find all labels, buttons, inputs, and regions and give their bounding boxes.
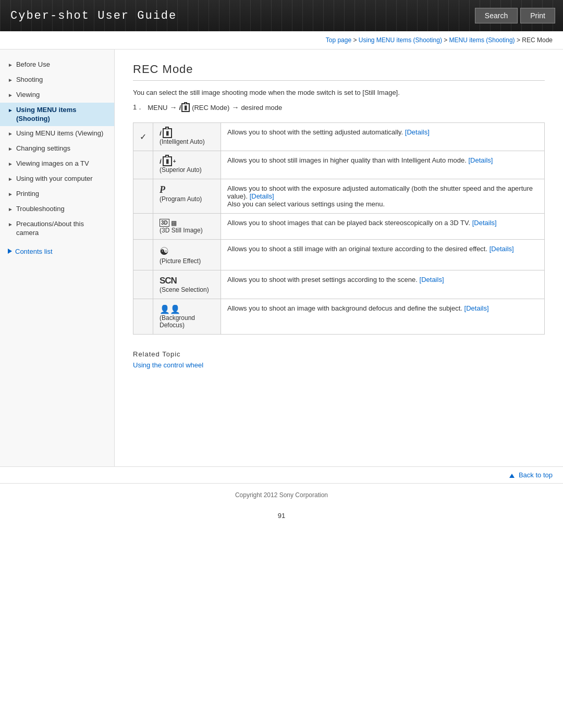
checkmark-cell: ✓ <box>133 123 153 151</box>
picture-effect-icon-cell: ☯ (Picture Effect) <box>153 240 221 270</box>
superior-auto-check-cell <box>133 151 153 179</box>
header-buttons: Search Print <box>467 0 563 31</box>
program-auto-label: (Program Auto) <box>160 195 214 203</box>
sidebar-label-before-use: Before Use <box>16 60 50 69</box>
header-title-area: Cyber-shot User Guide <box>0 0 467 31</box>
print-button[interactable]: Print <box>520 8 555 23</box>
picture-effect-desc: Allows you to shoot a still image with a… <box>221 240 545 270</box>
breadcrumb-item-1[interactable]: Top page <box>326 36 351 44</box>
scene-check-cell <box>133 270 153 299</box>
bg-defocus-desc: Allows you to shoot an image with backgr… <box>221 299 545 335</box>
sidebar-item-printing[interactable]: ► Printing <box>0 187 114 202</box>
related-topic-title: Related Topic <box>133 350 545 358</box>
intelligent-auto-details-link[interactable]: [Details] <box>405 128 430 136</box>
sidebar-label-troubleshooting: Troubleshooting <box>16 205 65 214</box>
page-title: REC Mode <box>133 63 545 81</box>
sidebar-arrow-changing-settings: ► <box>8 145 13 152</box>
back-to-top-icon <box>509 474 515 478</box>
3d-still-details-link[interactable]: [Details] <box>472 219 497 227</box>
sidebar-item-viewing[interactable]: ► Viewing <box>0 88 114 103</box>
table-row: 3D ▩ (3D Still Image) Allows you to shoo… <box>133 214 545 240</box>
sidebar-item-changing-settings[interactable]: ► Changing settings <box>0 141 114 156</box>
bg-defocus-details-link[interactable]: [Details] <box>464 304 489 312</box>
bg-defocus-icon: 👤👤 <box>160 304 214 314</box>
sidebar-item-using-menu-viewing[interactable]: ► Using MENU items (Viewing) <box>0 126 114 141</box>
superior-auto-icon: i▮+ <box>160 156 214 166</box>
superior-auto-icon-cell: i▮+ (Superior Auto) <box>153 151 221 179</box>
program-auto-details-link-1[interactable]: [Details] <box>250 192 274 200</box>
superior-auto-desc: Allows you to shoot still images in high… <box>221 151 545 179</box>
superior-auto-label: (Superior Auto) <box>160 166 214 174</box>
breadcrumb-item-3[interactable]: MENU items (Shooting) <box>449 36 515 44</box>
menu-arrow-2: → <box>231 103 239 112</box>
copyright-text: Copyright 2012 Sony Corporation <box>235 491 328 499</box>
sidebar-label-viewing-tv: Viewing images on a TV <box>16 159 89 168</box>
back-to-top-link[interactable]: Back to top <box>509 471 553 479</box>
picture-effect-details-link[interactable]: [Details] <box>489 245 514 253</box>
picture-effect-check-cell <box>133 240 153 270</box>
menu-arrow-1: → <box>170 103 177 112</box>
3d-still-desc: Allows you to shoot images that can be p… <box>221 214 545 240</box>
breadcrumb-sep-1: > <box>353 36 358 44</box>
program-auto-check-cell <box>133 179 153 214</box>
program-auto-desc: Allows you to shoot with the exposure ad… <box>221 179 545 214</box>
program-auto-icon: P <box>160 184 214 195</box>
sidebar-label-computer: Using with your computer <box>16 175 93 183</box>
picture-effect-icon: ☯ <box>160 245 214 257</box>
rec-mode-table: ✓ i▮ (Intelligent Auto) Allows you to sh… <box>133 122 545 335</box>
table-row: ✓ i▮ (Intelligent Auto) Allows you to sh… <box>133 123 545 151</box>
intro-text: You can select the still image shooting … <box>133 89 545 96</box>
table-row: P (Program Auto) Allows you to shoot wit… <box>133 179 545 214</box>
sidebar-arrow-viewing-tv: ► <box>8 161 13 167</box>
intelligent-auto-icon: i▮ <box>160 128 214 138</box>
table-row: SCN (Scene Selection) Allows you to shoo… <box>133 270 545 299</box>
menu-step-num: 1． <box>133 103 143 112</box>
footer: Copyright 2012 Sony Corporation <box>0 483 563 507</box>
search-button[interactable]: Search <box>475 8 518 23</box>
sidebar-item-using-menu-shooting[interactable]: ► Using MENU items (Shooting) <box>0 103 114 127</box>
breadcrumb-item-2[interactable]: Using MENU items (Shooting) <box>359 36 442 44</box>
sidebar-label-viewing: Viewing <box>16 91 40 100</box>
scene-selection-details-link[interactable]: [Details] <box>420 276 444 283</box>
intelligent-auto-icon-cell: i▮ (Intelligent Auto) <box>153 123 221 151</box>
sidebar-item-computer[interactable]: ► Using with your computer <box>0 171 114 187</box>
contents-list-link[interactable]: Contents list <box>0 243 114 260</box>
3d-still-label: (3D Still Image) <box>160 227 214 234</box>
sidebar-arrow-using-menu-shooting: ► <box>8 107 13 114</box>
sidebar-label-changing-settings: Changing settings <box>16 144 70 153</box>
menu-instruction: 1． MENU → i▮ (REC Mode) → desired mode <box>133 103 545 112</box>
header: Cyber-shot User Guide Search Print <box>0 0 563 31</box>
3d-check-cell <box>133 214 153 240</box>
sidebar-item-before-use[interactable]: ► Before Use <box>0 57 114 72</box>
checkmark-icon: ✓ <box>140 132 146 141</box>
menu-text: MENU <box>148 104 167 112</box>
table-row: i▮+ (Superior Auto) Allows you to shoot … <box>133 151 545 179</box>
sidebar-arrow-before-use: ► <box>8 61 13 68</box>
scene-selection-desc: Allows you to shoot with preset settings… <box>221 270 545 299</box>
table-row: ☯ (Picture Effect) Allows you to shoot a… <box>133 240 545 270</box>
sidebar-item-precautions[interactable]: ► Precautions/About this camera <box>0 217 114 241</box>
sidebar-arrow-troubleshooting: ► <box>8 206 13 213</box>
intelligent-auto-label: (Intelligent Auto) <box>160 138 214 145</box>
scene-icon-cell: SCN (Scene Selection) <box>153 270 221 299</box>
sidebar-label-using-menu-viewing: Using MENU items (Viewing) <box>16 129 103 138</box>
sidebar-arrow-computer: ► <box>8 176 13 182</box>
sidebar-arrow-printing: ► <box>8 191 13 198</box>
sidebar-arrow-shooting: ► <box>8 77 13 83</box>
rec-mode-icon: i▮ <box>179 103 190 112</box>
related-topic-link[interactable]: Using the control wheel <box>133 361 203 369</box>
bg-defocus-icon-cell: 👤👤 (Background Defocus) <box>153 299 221 335</box>
sidebar-item-troubleshooting[interactable]: ► Troubleshooting <box>0 202 114 217</box>
page-number: 91 <box>0 507 563 525</box>
bg-defocus-check-cell <box>133 299 153 335</box>
menu-desired-mode: desired mode <box>241 104 282 112</box>
back-to-top-bar: Back to top <box>0 466 563 483</box>
sidebar-label-shooting: Shooting <box>16 76 43 84</box>
sidebar-item-shooting[interactable]: ► Shooting <box>0 72 114 88</box>
sidebar-item-viewing-tv[interactable]: ► Viewing images on a TV <box>0 156 114 171</box>
superior-auto-details-link[interactable]: [Details] <box>468 156 493 164</box>
contents-list-label: Contents list <box>15 248 53 255</box>
bg-defocus-label: (Background Defocus) <box>160 314 214 329</box>
breadcrumb-item-4: REC Mode <box>522 36 553 44</box>
menu-rec-label: (REC Mode) <box>192 104 229 112</box>
